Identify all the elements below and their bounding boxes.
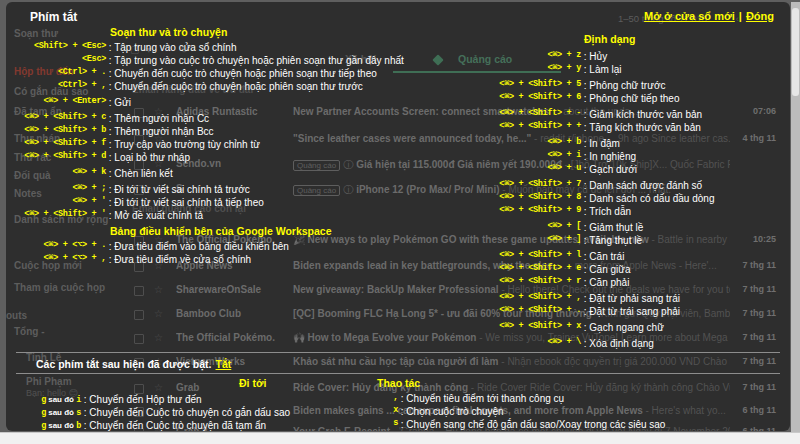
shortcut-row: <⌘> + i : In nghiêng bbox=[484, 148, 784, 161]
shortcut-keys: <⌘> + y bbox=[484, 62, 581, 75]
close-dialog-link[interactable]: Đóng bbox=[746, 10, 774, 22]
shortcut-description: Tăng thụt lề bbox=[589, 235, 642, 246]
shortcut-keys: s bbox=[371, 417, 398, 430]
shortcut-description: Chuyển đến Cuộc trò chuyện đã tạm ẩn bbox=[89, 420, 266, 431]
keyboard-shortcuts-dialog: Soạn thưHộp thư đếnCó gắn dấu saoĐã tạm … bbox=[6, 2, 790, 431]
shortcut-description: Xóa định dạng bbox=[589, 338, 654, 349]
link-separator: | bbox=[739, 10, 742, 22]
shortcut-row: <⌘> + <Shift> + l : Căn trái bbox=[484, 248, 784, 261]
shortcut-row: <⌘> + [ : Giảm thụt lề bbox=[484, 219, 784, 232]
shortcut-keys: <⌘> + \ bbox=[484, 336, 581, 349]
section-title-formatting: Định dạng bbox=[584, 33, 784, 46]
shortcut-description: Chuyển đến cuộc trò chuyện hoặc phiên so… bbox=[114, 81, 362, 92]
shortcut-description: Gạch ngang chữ bbox=[589, 322, 664, 333]
divider-bottom bbox=[16, 373, 780, 374]
shortcut-row: <⌘> + <Shift> + + : Tăng kích thước văn … bbox=[484, 119, 784, 132]
shortcut-description: Chuyển sang chế độ gắn dấu sao/Xoay tron… bbox=[406, 419, 665, 430]
shortcut-description: Gạch dưới bbox=[589, 164, 637, 175]
shortcut-description: Tăng kích thước văn bản bbox=[589, 122, 701, 133]
workspace-shortcut-list: <⌘> + <⌥> + . : Đưa tiêu điểm vào bảng đ… bbox=[18, 238, 398, 264]
shortcut-row: <Ctrl> + , : Chuyển đến cuộc trò chuyện … bbox=[18, 78, 398, 91]
shortcut-description: Làm lại bbox=[589, 64, 621, 75]
section-title-compose: Soạn thư và trò chuyện bbox=[110, 26, 398, 39]
shortcut-row: <⌘> + u : Gạch dưới bbox=[484, 161, 784, 174]
shortcut-row: , : Chuyển tiêu điểm tới thanh công cụ bbox=[371, 390, 786, 403]
shortcut-description: Đưa tiêu điểm về cửa sổ chính bbox=[114, 254, 251, 265]
shortcut-row: <⌘> + <Shift> + r : Căn phải bbox=[484, 274, 784, 287]
shortcut-row: <⌘> + <Shift> + - : Giảm kích thước văn … bbox=[484, 106, 784, 119]
shortcut-description: Phông chữ tiếp theo bbox=[589, 93, 679, 104]
then-word: sau đó bbox=[46, 421, 76, 430]
shortcut-row: <⌘> + ] : Tăng thụt lề bbox=[484, 232, 784, 245]
shortcut-row: <⌘> + <Shift> + f : Truy cập vào trường … bbox=[18, 136, 398, 149]
shortcut-row: <⌘> + <Shift> + x : Gạch ngang chữ bbox=[484, 319, 784, 332]
shortcut-description: Mở đề xuất chính tả bbox=[114, 210, 203, 221]
shortcut-row: <⌘> + ' : Đi tới từ viết sai chính tả ti… bbox=[18, 194, 398, 207]
formatting-shortcut-list: <⌘> + z : Hủy<⌘> + y : Làm lại<⌘> + <Shi… bbox=[484, 48, 784, 348]
shortcut-row: <⌘> + ; : Đi tới từ viết sai chính tả tr… bbox=[18, 181, 398, 194]
shortcut-keys: <⌘> + <Shift> + 9 bbox=[484, 204, 581, 217]
shortcut-description: Gửi bbox=[114, 97, 131, 108]
shortcut-colon: : bbox=[581, 206, 589, 217]
shortcut-row: g sau đó b : Chuyển đến Cuộc trò chuyện … bbox=[18, 416, 378, 429]
shortcut-row: <⌘> + <Shift> + b : Thêm người nhận Bcc bbox=[18, 123, 398, 136]
shortcut-row: s : Chuyển sang chế độ gắn dấu sao/Xoay … bbox=[371, 416, 786, 429]
shortcut-row: <⌘> + <Enter> : Gửi bbox=[18, 94, 398, 107]
shortcut-keys: <⌘> + <Shift> + . bbox=[484, 304, 581, 317]
shortcut-row: <⌘> + y : Làm lại bbox=[484, 61, 784, 74]
shortcut-row: <⌘> + <Shift> + 7 : Danh sách được đánh … bbox=[484, 177, 784, 190]
shortcut-row: <⌘> + z : Hủy bbox=[484, 48, 784, 61]
actions-shortcut-list: , : Chuyển tiêu điểm tới thanh công cụx … bbox=[371, 390, 786, 429]
shortcut-row: x : Chọn cuộc trò chuyện bbox=[371, 403, 786, 416]
section-title-workspace-panel: Bảng điều khiển bên của Google Workspace bbox=[110, 225, 398, 238]
shortcut-row: <⌘> + <Shift> + d : Loại bỏ thư nháp bbox=[18, 149, 398, 162]
goto-section: Đi tới g sau đó i : Chuyển đến Hộp thư đ… bbox=[18, 377, 378, 429]
shortcut-keys: <⌘> + <Shift> + x bbox=[484, 320, 581, 333]
column-left: Soạn thư và trò chuyện <Shift> + <Esc> :… bbox=[18, 26, 398, 264]
open-in-new-window-link[interactable]: Mở ở cửa sổ mới bbox=[644, 10, 735, 22]
shortcut-keys: <⌘> + <Shift> + ' bbox=[18, 208, 106, 221]
shortcuts-content: Phím tắt Mở ở cửa sổ mới|Đóng Soạn thư v… bbox=[6, 2, 790, 431]
shortcut-colon: : bbox=[581, 235, 589, 246]
shortcut-description: Trích dẫn bbox=[589, 206, 631, 217]
page-bottom-strip bbox=[0, 432, 800, 444]
shortcut-keys: <⌘> + ] bbox=[484, 233, 581, 246]
shortcut-row: <⌘> + <Shift> + . : Đặt từ trái sang phả… bbox=[484, 303, 784, 316]
shortcut-description: Chèn liên kết bbox=[114, 168, 172, 179]
shortcut-row: <⌘> + <Shift> + 9 : Trích dẫn bbox=[484, 203, 784, 216]
shortcut-description: Đặt từ trái sang phải bbox=[589, 306, 680, 317]
shortcut-row: <⌘> + <Shift> + 5 : Phông chữ trước bbox=[484, 77, 784, 90]
shortcut-row: <⌘> + <Shift> + c : Thêm người nhận Cc bbox=[18, 110, 398, 123]
shortcut-row: <⌘> + <Shift> + , : Đặt từ phải sang trá… bbox=[484, 290, 784, 303]
section-title-goto: Đi tới bbox=[239, 377, 378, 390]
scrollbar-thumb[interactable] bbox=[792, 8, 799, 96]
shortcut-keys: g sau đó b bbox=[18, 416, 81, 431]
shortcut-row: <Esc> : Tập trung vào cuộc trò chuyện ho… bbox=[18, 52, 398, 65]
shortcut-keys: <⌘> + u bbox=[484, 162, 581, 175]
shortcut-row: <⌘> + <⌥> + . : Đưa tiêu điểm vào bảng đ… bbox=[18, 238, 398, 251]
shortcut-row: <⌘> + k : Chèn liên kết bbox=[18, 165, 398, 178]
shortcut-row: <⌘> + <⌥> + , : Đưa tiêu điểm về cửa sổ … bbox=[18, 251, 398, 264]
section-title-actions: Thao tác bbox=[377, 377, 786, 390]
shortcut-keys: <⌘> + <⌥> + , bbox=[18, 252, 106, 265]
shortcut-row: <⌘> + <Shift> + 8 : Danh sách có dấu đầu… bbox=[484, 190, 784, 203]
shortcut-colon: : bbox=[581, 122, 589, 133]
shortcut-row: <Ctrl> + . : Chuyển đến cuộc trò chuyện … bbox=[18, 65, 398, 78]
shortcut-row: <⌘> + <Shift> + e : Căn giữa bbox=[484, 261, 784, 274]
dialog-links: Mở ở cửa sổ mới|Đóng bbox=[644, 10, 774, 22]
shortcut-row: <⌘> + \ : Xóa định dạng bbox=[484, 335, 784, 348]
shortcut-description: Loại bỏ thư nháp bbox=[114, 152, 190, 163]
scrollbar-track[interactable] bbox=[791, 2, 800, 432]
shortcut-keys: <⌘> + <Shift> + r bbox=[484, 275, 581, 288]
shortcut-keys: <⌘> + <Shift> + d bbox=[18, 150, 106, 163]
shortcut-row: <Shift> + <Esc> : Tập trung vào cửa sổ c… bbox=[18, 39, 398, 52]
shortcut-keys: <⌘> + <Shift> + + bbox=[484, 120, 581, 133]
divider-top bbox=[16, 352, 780, 353]
compose-shortcut-list: <Shift> + <Esc> : Tập trung vào cửa sổ c… bbox=[18, 39, 398, 220]
shortcut-row: g sau đó i : Chuyển đến Hộp thư đến bbox=[18, 390, 378, 403]
shortcut-keys: <Ctrl> + , bbox=[18, 79, 106, 92]
shortcut-keys: <⌘> + <Enter> bbox=[18, 95, 106, 108]
disable-shortcuts-link[interactable]: Tắt bbox=[216, 358, 232, 370]
shortcut-description: Căn phải bbox=[589, 277, 629, 288]
actions-section: Thao tác , : Chuyển tiêu điểm tới thanh … bbox=[371, 377, 786, 429]
